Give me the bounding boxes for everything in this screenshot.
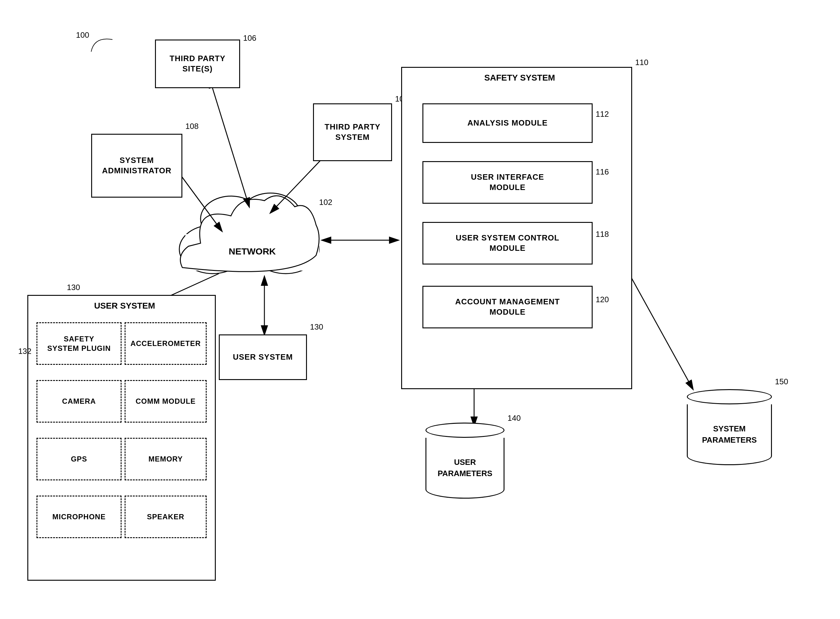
diagram-container: 100 THIRD PARTYSITE(S) 106 THIRD PARTYSY… [0,0,840,619]
safety-system-plugin-box: SAFETYSYSTEM PLUGIN [36,322,122,365]
ref-130b: 130 [310,322,323,332]
user-system-control-module-box: USER SYSTEM CONTROLMODULE [422,222,592,265]
speaker-box: SPEAKER [125,496,207,538]
analysis-module-box: ANALYSIS MODULE [422,103,592,143]
ref-110: 110 [635,58,648,67]
system-parameters-db: SYSTEMPARAMETERS [687,389,772,465]
system-admin-box: SYSTEMADMINISTRATOR [91,134,182,197]
user-system-center-box: USER SYSTEM [219,335,307,380]
account-management-module-box: ACCOUNT MANAGEMENTMODULE [422,286,592,328]
svg-point-7 [240,193,301,239]
svg-line-21 [629,274,693,389]
ref-132: 132 [18,347,31,356]
ref-116: 116 [596,167,609,176]
gps-box: GPS [36,438,122,480]
svg-point-6 [201,196,261,242]
svg-line-16 [179,173,222,231]
ref-102: 102 [319,197,332,207]
memory-box: MEMORY [125,438,207,480]
comm-module-box: COMM MODULE [125,380,207,423]
network-label: NETWORK [222,246,283,257]
ref-108: 108 [185,122,198,131]
svg-line-14 [210,79,249,207]
ref-150: 150 [775,377,788,386]
microphone-box: MICROPHONE [36,496,122,538]
user-interface-module-box: USER INTERFACEMODULE [422,161,592,204]
ref-106: 106 [243,33,256,43]
user-system-left-title: USER SYSTEM [49,301,201,311]
ref-140: 140 [507,413,521,423]
ref-112: 112 [596,109,609,119]
ref-120: 120 [596,295,609,304]
svg-point-12 [202,197,260,240]
ref-130a: 130 [67,283,80,292]
svg-point-3 [201,207,298,268]
accelerometer-box: ACCELEROMETER [125,322,207,365]
safety-system-title: SAFETY SYSTEM [434,73,605,83]
third-party-sites-box: THIRD PARTYSITE(S) [155,39,240,88]
svg-point-13 [242,194,299,237]
user-parameters-db: USERPARAMETERS [425,423,504,499]
camera-box: CAMERA [36,380,122,423]
third-party-system-box: THIRD PARTYSYSTEM [313,103,392,161]
ref-100: 100 [76,30,89,40]
cloud-shape [179,193,319,274]
ref-118: 118 [596,230,609,239]
svg-point-9 [202,208,296,266]
